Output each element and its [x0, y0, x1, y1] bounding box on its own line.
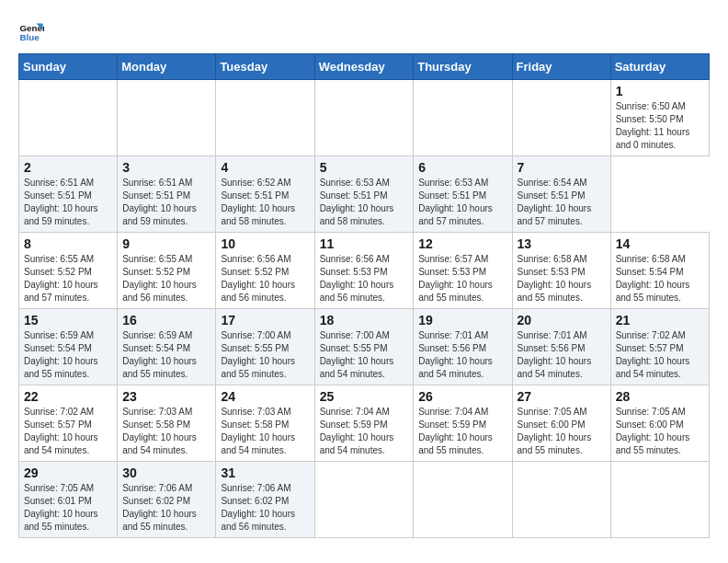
day-info: Sunrise: 7:06 AM Sunset: 6:02 PM Dayligh… [221, 482, 309, 534]
day-header-tuesday: Tuesday [216, 54, 314, 80]
day-cell-22: 22 Sunrise: 7:02 AM Sunset: 5:57 PM Dayl… [19, 385, 118, 462]
day-number: 29 [24, 465, 112, 480]
week-row-1: 1 Sunrise: 6:50 AM Sunset: 5:50 PM Dayli… [19, 80, 710, 156]
day-info: Sunrise: 6:59 AM Sunset: 5:54 PM Dayligh… [24, 329, 112, 381]
day-info: Sunrise: 6:51 AM Sunset: 5:51 PM Dayligh… [122, 177, 210, 228]
logo-icon: General Blue [18, 18, 44, 44]
day-number: 16 [122, 313, 210, 327]
day-cell-11: 11 Sunrise: 6:56 AM Sunset: 5:53 PM Dayl… [314, 233, 414, 309]
day-cell-18: 18 Sunrise: 7:00 AM Sunset: 5:55 PM Dayl… [314, 309, 414, 385]
day-info: Sunrise: 7:00 AM Sunset: 5:55 PM Dayligh… [221, 329, 309, 381]
day-info: Sunrise: 6:55 AM Sunset: 5:52 PM Dayligh… [24, 253, 112, 304]
day-number: 19 [418, 313, 506, 327]
day-info: Sunrise: 7:05 AM Sunset: 6:01 PM Dayligh… [24, 482, 112, 534]
day-cell-28: 28 Sunrise: 7:05 AM Sunset: 6:00 PM Dayl… [610, 385, 709, 462]
day-info: Sunrise: 6:53 AM Sunset: 5:51 PM Dayligh… [320, 177, 409, 228]
day-info: Sunrise: 6:54 AM Sunset: 5:51 PM Dayligh… [518, 177, 606, 228]
svg-text:Blue: Blue [19, 32, 40, 42]
day-cell-4: 4 Sunrise: 6:52 AM Sunset: 5:51 PM Dayli… [216, 156, 314, 233]
day-info: Sunrise: 7:01 AM Sunset: 5:56 PM Dayligh… [418, 329, 506, 381]
day-cell-26: 26 Sunrise: 7:04 AM Sunset: 5:59 PM Dayl… [414, 385, 512, 462]
empty-cell [314, 80, 414, 156]
day-cell-9: 9 Sunrise: 6:55 AM Sunset: 5:52 PM Dayli… [118, 233, 216, 309]
day-number: 25 [320, 389, 409, 404]
day-info: Sunrise: 6:57 AM Sunset: 5:53 PM Dayligh… [418, 253, 506, 304]
day-number: 20 [518, 313, 606, 327]
day-info: Sunrise: 7:05 AM Sunset: 6:00 PM Dayligh… [518, 406, 606, 457]
day-number: 28 [616, 389, 704, 404]
empty-cell [414, 80, 512, 156]
day-cell-23: 23 Sunrise: 7:03 AM Sunset: 5:58 PM Dayl… [118, 385, 216, 462]
day-info: Sunrise: 6:59 AM Sunset: 5:54 PM Dayligh… [122, 329, 210, 381]
day-number: 21 [616, 313, 704, 327]
day-info: Sunrise: 7:02 AM Sunset: 5:57 PM Dayligh… [24, 406, 112, 457]
day-info: Sunrise: 6:58 AM Sunset: 5:53 PM Dayligh… [518, 253, 606, 304]
week-row-6: 29 Sunrise: 7:05 AM Sunset: 6:01 PM Dayl… [19, 462, 710, 538]
day-info: Sunrise: 7:03 AM Sunset: 5:58 PM Dayligh… [221, 406, 309, 457]
day-number: 6 [418, 160, 506, 175]
day-info: Sunrise: 7:02 AM Sunset: 5:57 PM Dayligh… [616, 329, 704, 381]
day-cell-7: 7 Sunrise: 6:54 AM Sunset: 5:51 PM Dayli… [512, 156, 610, 233]
day-header-friday: Friday [512, 54, 610, 80]
day-cell-13: 13 Sunrise: 6:58 AM Sunset: 5:53 PM Dayl… [512, 233, 610, 309]
day-number: 4 [221, 160, 309, 175]
day-info: Sunrise: 7:05 AM Sunset: 6:00 PM Dayligh… [616, 406, 704, 457]
day-cell-31: 31 Sunrise: 7:06 AM Sunset: 6:02 PM Dayl… [216, 462, 314, 538]
day-info: Sunrise: 6:50 AM Sunset: 5:50 PM Dayligh… [616, 100, 704, 152]
day-info: Sunrise: 7:06 AM Sunset: 6:02 PM Dayligh… [122, 482, 210, 534]
day-number: 15 [24, 313, 112, 327]
day-number: 18 [320, 313, 409, 327]
day-info: Sunrise: 6:51 AM Sunset: 5:51 PM Dayligh… [24, 177, 112, 228]
day-cell-29: 29 Sunrise: 7:05 AM Sunset: 6:01 PM Dayl… [19, 462, 118, 538]
empty-cell [216, 80, 314, 156]
day-number: 22 [24, 389, 112, 404]
calendar: SundayMondayTuesdayWednesdayThursdayFrid… [18, 53, 710, 538]
day-info: Sunrise: 7:03 AM Sunset: 5:58 PM Dayligh… [122, 406, 210, 457]
week-row-2: 2 Sunrise: 6:51 AM Sunset: 5:51 PM Dayli… [19, 156, 710, 233]
day-info: Sunrise: 6:56 AM Sunset: 5:53 PM Dayligh… [320, 253, 409, 304]
day-number: 31 [221, 465, 309, 480]
day-info: Sunrise: 6:56 AM Sunset: 5:52 PM Dayligh… [221, 253, 309, 304]
day-info: Sunrise: 7:04 AM Sunset: 5:59 PM Dayligh… [320, 406, 409, 457]
day-cell-8: 8 Sunrise: 6:55 AM Sunset: 5:52 PM Dayli… [19, 233, 118, 309]
day-cell-19: 19 Sunrise: 7:01 AM Sunset: 5:56 PM Dayl… [414, 309, 512, 385]
day-number: 11 [320, 236, 409, 251]
day-number: 24 [221, 389, 309, 404]
empty-cell [414, 462, 512, 538]
day-number: 12 [418, 236, 506, 251]
week-row-4: 15 Sunrise: 6:59 AM Sunset: 5:54 PM Dayl… [19, 309, 710, 385]
day-cell-14: 14 Sunrise: 6:58 AM Sunset: 5:54 PM Dayl… [610, 233, 709, 309]
day-cell-25: 25 Sunrise: 7:04 AM Sunset: 5:59 PM Dayl… [314, 385, 414, 462]
week-row-3: 8 Sunrise: 6:55 AM Sunset: 5:52 PM Dayli… [19, 233, 710, 309]
day-number: 23 [122, 389, 210, 404]
day-header-wednesday: Wednesday [314, 54, 414, 80]
day-number: 26 [418, 389, 506, 404]
day-header-saturday: Saturday [610, 54, 709, 80]
empty-cell [512, 80, 610, 156]
day-number: 5 [320, 160, 409, 175]
day-cell-3: 3 Sunrise: 6:51 AM Sunset: 5:51 PM Dayli… [118, 156, 216, 233]
day-cell-20: 20 Sunrise: 7:01 AM Sunset: 5:56 PM Dayl… [512, 309, 610, 385]
day-header-thursday: Thursday [414, 54, 512, 80]
empty-cell [314, 462, 414, 538]
day-info: Sunrise: 6:55 AM Sunset: 5:52 PM Dayligh… [122, 253, 210, 304]
day-number: 8 [24, 236, 112, 251]
empty-cell [118, 80, 216, 156]
day-number: 17 [221, 313, 309, 327]
day-cell-10: 10 Sunrise: 6:56 AM Sunset: 5:52 PM Dayl… [216, 233, 314, 309]
day-cell-1: 1 Sunrise: 6:50 AM Sunset: 5:50 PM Dayli… [610, 80, 709, 156]
day-number: 3 [122, 160, 210, 175]
day-cell-6: 6 Sunrise: 6:53 AM Sunset: 5:51 PM Dayli… [414, 156, 512, 233]
calendar-header-row: SundayMondayTuesdayWednesdayThursdayFrid… [19, 54, 710, 80]
day-info: Sunrise: 7:00 AM Sunset: 5:55 PM Dayligh… [320, 329, 409, 381]
day-header-monday: Monday [118, 54, 216, 80]
empty-cell [610, 462, 709, 538]
day-cell-24: 24 Sunrise: 7:03 AM Sunset: 5:58 PM Dayl… [216, 385, 314, 462]
day-header-sunday: Sunday [19, 54, 118, 80]
day-info: Sunrise: 7:04 AM Sunset: 5:59 PM Dayligh… [418, 406, 506, 457]
day-info: Sunrise: 7:01 AM Sunset: 5:56 PM Dayligh… [518, 329, 606, 381]
day-number: 2 [24, 160, 112, 175]
day-cell-2: 2 Sunrise: 6:51 AM Sunset: 5:51 PM Dayli… [19, 156, 118, 233]
day-cell-16: 16 Sunrise: 6:59 AM Sunset: 5:54 PM Dayl… [118, 309, 216, 385]
day-number: 7 [518, 160, 606, 175]
